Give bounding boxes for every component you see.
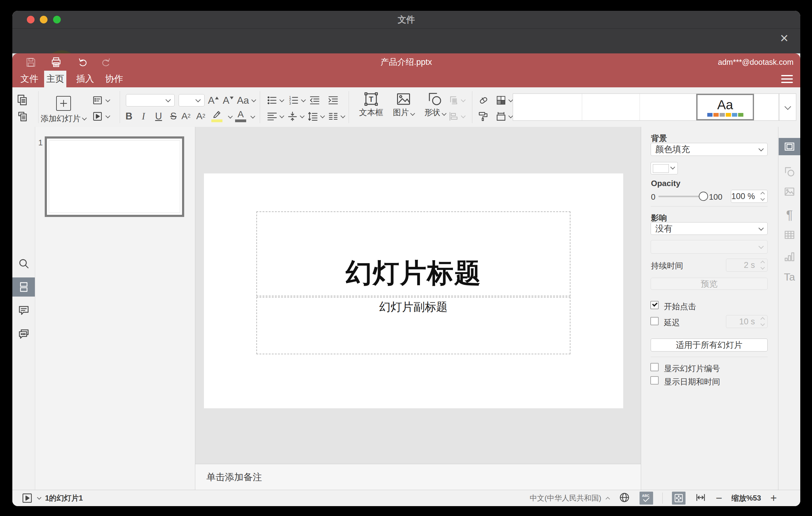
chart-settings-icon[interactable] [779, 248, 800, 265]
copy-style-button[interactable] [477, 111, 489, 122]
add-slide-button[interactable]: 添加幻灯片 [31, 113, 96, 124]
redo-button[interactable] [99, 56, 112, 69]
font-size-select[interactable] [179, 94, 205, 107]
effect-type-select[interactable] [651, 240, 767, 254]
align-objects-button[interactable] [448, 111, 465, 122]
dark-subheader [12, 29, 800, 53]
bullets-button[interactable] [266, 95, 284, 106]
tab-insert[interactable]: 插入 [73, 71, 97, 87]
subscript-button[interactable]: A2 [196, 111, 205, 121]
close-icon[interactable]: × [775, 29, 793, 47]
background-fill-select[interactable]: 颜色填充 [651, 143, 767, 156]
superscript-button[interactable]: A2 [181, 111, 190, 121]
status-divider [662, 492, 663, 504]
delay-checkbox[interactable] [650, 317, 659, 325]
change-case-button[interactable]: Aa [237, 95, 256, 106]
increase-indent-button[interactable] [328, 95, 339, 106]
increase-font-button[interactable]: A [208, 95, 219, 106]
print-button[interactable] [49, 56, 63, 69]
duration-spinbox[interactable]: 2 s [726, 259, 767, 271]
apply-to-all-slides-button[interactable]: 适用于所有幻灯片 [651, 339, 767, 351]
opacity-slider-knob[interactable] [699, 192, 708, 201]
paste-button[interactable] [17, 110, 28, 122]
slide-subtitle-placeholder[interactable]: 幻灯片副标题 [256, 297, 571, 354]
insert-shape-button[interactable]: 形状 [419, 91, 451, 118]
comments-icon[interactable] [12, 301, 35, 320]
opacity-slider-track[interactable] [658, 196, 703, 197]
font-color-arrow[interactable] [251, 114, 256, 119]
background-color-swatch[interactable] [651, 162, 678, 174]
decrease-indent-button[interactable] [309, 95, 320, 106]
tab-file[interactable]: 文件 [16, 71, 43, 87]
font-color-button[interactable]: A [235, 110, 246, 122]
highlight-color-arrow[interactable] [228, 114, 233, 119]
toolbar-divider [349, 91, 349, 123]
clear-style-button[interactable] [477, 95, 489, 106]
slide-thumbnail-number: 1 [38, 138, 42, 147]
save-button[interactable] [24, 56, 38, 69]
opacity-spinbox[interactable]: 100 % [731, 190, 767, 203]
menu-hamburger-icon[interactable] [781, 75, 793, 84]
search-icon[interactable] [12, 254, 35, 273]
zoom-in-button[interactable]: + [770, 492, 777, 504]
undo-button[interactable] [77, 56, 90, 69]
shape-settings-icon[interactable] [779, 163, 800, 180]
preview-button[interactable]: 预览 [651, 278, 767, 290]
paragraph-settings-icon[interactable]: ¶ [779, 206, 800, 224]
image-settings-icon[interactable] [779, 183, 800, 200]
start-slideshow-button[interactable] [92, 111, 110, 122]
theme-option-selected[interactable]: Aa [696, 94, 754, 120]
theme-option[interactable] [513, 94, 582, 120]
language-selector[interactable]: 中文(中华人民共和国) [530, 493, 609, 503]
slide-thumbnail[interactable] [45, 136, 184, 217]
theme-option[interactable] [640, 94, 696, 120]
italic-button[interactable]: I [137, 111, 150, 122]
columns-button[interactable] [328, 111, 345, 122]
delay-spinbox[interactable]: 10 s [726, 315, 767, 328]
slide-title-placeholder[interactable]: 幻灯片标题 [256, 211, 571, 296]
theme-gallery-expand-button[interactable] [779, 93, 796, 121]
notes-placeholder: 单击添加备注 [206, 471, 262, 484]
theme-option[interactable] [582, 94, 640, 120]
insert-image-button[interactable]: 图片 [388, 91, 419, 118]
theme-colors-button[interactable] [495, 95, 513, 106]
theme-option[interactable] [754, 94, 779, 120]
numbering-button[interactable]: 123 [288, 95, 305, 106]
chat-icon[interactable] [12, 325, 35, 344]
slide-size-button[interactable] [495, 111, 513, 122]
tab-collaboration[interactable]: 协作 [101, 71, 127, 87]
arrange-objects-button[interactable] [448, 95, 465, 106]
slide-subtitle-text: 幻灯片副标题 [379, 297, 448, 315]
insert-textbox-button[interactable]: T 文本框 [354, 91, 388, 118]
fit-slide-toggle[interactable] [672, 492, 686, 505]
textart-settings-icon[interactable]: Ta [779, 268, 800, 285]
vertical-align-button[interactable] [287, 111, 304, 122]
document-language-icon[interactable] [618, 492, 630, 505]
highlight-color-button[interactable] [211, 110, 223, 122]
spellcheck-toggle[interactable]: ABC [640, 492, 653, 505]
add-slide-icon[interactable] [56, 96, 71, 111]
strikethrough-button[interactable]: S [167, 111, 180, 122]
fit-width-toggle[interactable] [695, 492, 706, 505]
bold-button[interactable]: B [122, 111, 136, 122]
zoom-out-button[interactable]: − [716, 492, 722, 504]
font-name-select[interactable] [126, 94, 175, 107]
slides-panel-icon[interactable] [12, 278, 35, 296]
slide-layout-button[interactable] [92, 95, 110, 106]
notes-area[interactable]: 单击添加备注 [195, 464, 641, 490]
copy-button[interactable] [17, 94, 28, 106]
underline-button[interactable]: U [152, 111, 165, 122]
show-slide-number-checkbox[interactable] [650, 363, 659, 371]
start-slideshow-status-button[interactable] [22, 492, 41, 504]
line-spacing-button[interactable] [307, 111, 324, 122]
show-date-time-checkbox[interactable] [650, 376, 659, 384]
effect-select[interactable]: 没有 [651, 222, 767, 235]
slide-settings-icon[interactable] [779, 138, 800, 155]
left-sidebar [12, 127, 35, 490]
tab-home[interactable]: 主页 [44, 71, 66, 87]
slide-title-text: 幻灯片标题 [346, 255, 481, 296]
decrease-font-button[interactable]: A [223, 95, 234, 106]
horizontal-align-button[interactable] [266, 111, 284, 122]
table-settings-icon[interactable] [779, 226, 800, 243]
start-on-click-checkbox[interactable] [650, 301, 659, 309]
